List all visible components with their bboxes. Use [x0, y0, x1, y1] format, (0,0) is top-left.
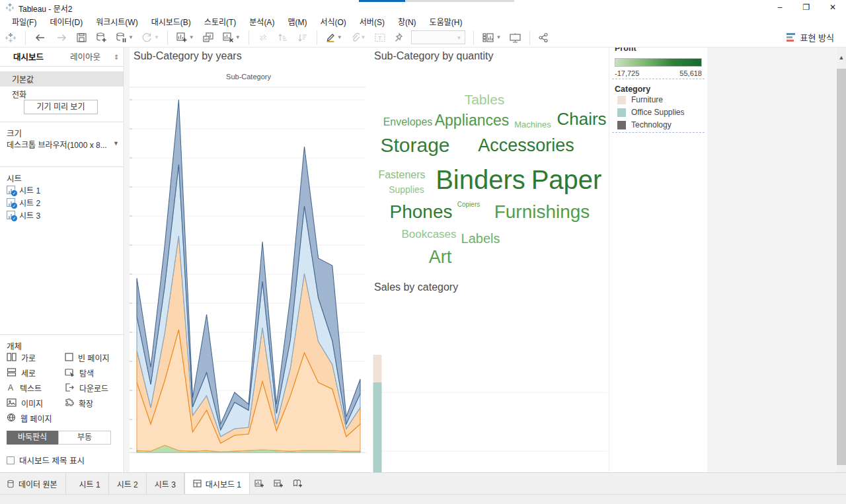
pin-button[interactable]	[391, 31, 406, 44]
bar-chart-pane[interactable]: Sales by category 0447894134117882235268…	[371, 275, 609, 472]
sidebar-sheet-item-3[interactable]: ✓시트 3	[7, 209, 40, 221]
menu-item-11[interactable]: 도움말(H)	[423, 15, 469, 28]
duplicate-sheet-button[interactable]	[200, 30, 217, 44]
cloud-word-fasteners[interactable]: Fasteners	[378, 169, 425, 181]
sort-descending-button[interactable]	[294, 31, 311, 44]
tab-sheet-3[interactable]: 시트 3	[147, 473, 184, 494]
bar-office-supplies[interactable]	[373, 382, 382, 472]
menu-item-5[interactable]: 스토리(T)	[198, 15, 243, 28]
clear-sheet-button[interactable]: ▼	[219, 30, 243, 44]
menu-item-6[interactable]: 분석(A)	[243, 15, 281, 28]
object-item-download[interactable]: 다운로드	[65, 383, 120, 393]
scrollbar-thumb[interactable]	[837, 69, 846, 465]
cloud-word-paper[interactable]: Paper	[531, 165, 602, 195]
collapse-pane-icon[interactable]: ⇕	[114, 50, 124, 66]
device-preview-button[interactable]: 기기 미리 보기	[24, 100, 98, 114]
cloud-word-supplies[interactable]: Supplies	[389, 184, 424, 195]
floating-button[interactable]: 부동	[58, 431, 111, 445]
bar-chart[interactable]	[371, 293, 609, 472]
toolbar-combobox[interactable]: ▼	[411, 30, 465, 44]
refresh-button[interactable]: ▼	[139, 31, 162, 44]
menu-item-9[interactable]: 서버(S)	[353, 15, 391, 28]
show-dashboard-title-checkbox[interactable]	[7, 456, 15, 464]
swap-rows-columns-button[interactable]	[254, 31, 272, 44]
cloud-word-phones[interactable]: Phones	[390, 201, 453, 223]
new-worksheet-button[interactable]: ▼	[173, 30, 197, 44]
cloud-word-binders[interactable]: Binders	[436, 165, 525, 195]
cloud-word-furnishings[interactable]: Furnishings	[494, 201, 590, 223]
tab-dashboard[interactable]: 대시보드	[0, 50, 57, 66]
close-button[interactable]: ✕	[820, 0, 846, 15]
menu-item-3[interactable]: 워크시트(W)	[89, 15, 144, 28]
object-item-text[interactable]: A텍스트	[7, 383, 65, 393]
cloud-word-accessories[interactable]: Accessories	[478, 135, 574, 156]
pause-updates-button[interactable]: ▼	[112, 30, 136, 44]
sidebar-sheet-item-1[interactable]: ✓시트 1	[7, 184, 40, 196]
tiled-button[interactable]: 바둑판식	[7, 431, 58, 445]
show-dashboard-title-row[interactable]: 대시보드 제목 표시	[7, 454, 85, 466]
forward-button[interactable]	[52, 31, 71, 44]
tab-data-source[interactable]: 데이터 원본	[0, 473, 66, 494]
menu-item-10[interactable]: 창(N)	[391, 15, 423, 28]
cloud-word-copiers[interactable]: Copiers	[457, 201, 480, 208]
show-me-button[interactable]: 표현 방식	[787, 31, 834, 44]
new-dashboard-tab-button[interactable]	[269, 473, 288, 494]
profit-gradient-bar[interactable]	[615, 58, 702, 67]
add-data-source-button[interactable]	[93, 30, 110, 44]
pane-splitter[interactable]	[125, 48, 130, 472]
device-default-item[interactable]: 기본값	[0, 71, 124, 87]
cloud-word-labels[interactable]: Labels	[461, 231, 500, 246]
object-item-navigation[interactable]: 탐색	[65, 368, 120, 378]
back-button[interactable]	[31, 31, 50, 44]
presentation-mode-button[interactable]	[506, 31, 524, 44]
tab-dashboard-1[interactable]: 대시보드 1	[184, 473, 250, 494]
paperclip-button[interactable]: ▼	[348, 31, 369, 44]
tab-sheet-1[interactable]: 시트 1	[71, 473, 109, 494]
scroll-up-icon[interactable]: ▲	[837, 48, 846, 67]
object-item-blank[interactable]: 빈 페이지	[65, 353, 120, 363]
new-worksheet-tab-button[interactable]	[250, 473, 269, 494]
cloud-word-chairs[interactable]: Chairs	[557, 109, 606, 129]
tab-sheet-2[interactable]: 시트 2	[109, 473, 147, 494]
cloud-word-envelopes[interactable]: Envelopes	[383, 116, 433, 128]
new-story-tab-button[interactable]	[288, 473, 307, 494]
legend-item-label: Office Supplies	[631, 108, 685, 117]
cloud-word-tables[interactable]: Tables	[465, 92, 505, 108]
bar-furniture[interactable]	[373, 355, 382, 382]
restore-button[interactable]: ❐	[793, 0, 820, 15]
highlight-pen-button[interactable]: ▼	[323, 31, 345, 44]
tab-label: 데이터 원본	[19, 478, 58, 489]
menu-item-7[interactable]: 맵(M)	[281, 15, 313, 28]
area-chart-pane[interactable]: Sub-Category by years Sub-Category Acces…	[130, 48, 367, 472]
tableau-logo-button[interactable]	[1, 30, 20, 46]
size-dropdown[interactable]: 데스크톱 브라우저(1000 x 8... ▼	[7, 139, 119, 150]
object-item-vertical[interactable]: 세로	[7, 368, 65, 378]
minimize-button[interactable]: –	[767, 0, 793, 15]
cloud-word-appliances[interactable]: Appliances	[435, 112, 510, 129]
sort-ascending-button[interactable]	[274, 31, 291, 44]
legend-item-furniture[interactable]: Furniture	[617, 95, 663, 104]
object-item-horizontal[interactable]: 가로	[7, 353, 65, 363]
legend-item-technology[interactable]: Technology	[617, 120, 672, 129]
label-marks-button[interactable]: T	[371, 31, 389, 44]
legend-item-office-supplies[interactable]: Office Supplies	[617, 108, 685, 117]
menu-item-8[interactable]: 서식(O)	[313, 15, 352, 28]
cloud-word-art[interactable]: Art	[429, 247, 452, 268]
cloud-word-bookcases[interactable]: Bookcases	[401, 228, 456, 241]
word-cloud-pane[interactable]: Sub-Category by quantity TablesEnvelopes…	[371, 48, 609, 274]
fit-button[interactable]: ▼	[479, 31, 504, 44]
object-item-extension[interactable]: 확장	[65, 398, 120, 408]
object-item-image[interactable]: 이미지	[7, 398, 65, 408]
object-item-webpage[interactable]: 웹 페이지	[7, 414, 65, 423]
vertical-scrollbar[interactable]: ▲	[837, 48, 846, 472]
cloud-word-storage[interactable]: Storage	[380, 134, 449, 157]
sidebar-sheet-item-2[interactable]: ✓시트 2	[7, 196, 40, 208]
menu-item-2[interactable]: 데이터(D)	[43, 15, 89, 28]
menu-item-1[interactable]: 파일(F)	[5, 15, 43, 28]
share-button[interactable]	[535, 31, 551, 44]
save-button[interactable]	[73, 31, 90, 44]
area-chart[interactable]	[130, 48, 367, 454]
tab-layout[interactable]: 레이아웃	[57, 50, 114, 66]
cloud-word-machines[interactable]: Machines	[514, 120, 551, 129]
menu-item-4[interactable]: 대시보드(B)	[145, 15, 198, 28]
